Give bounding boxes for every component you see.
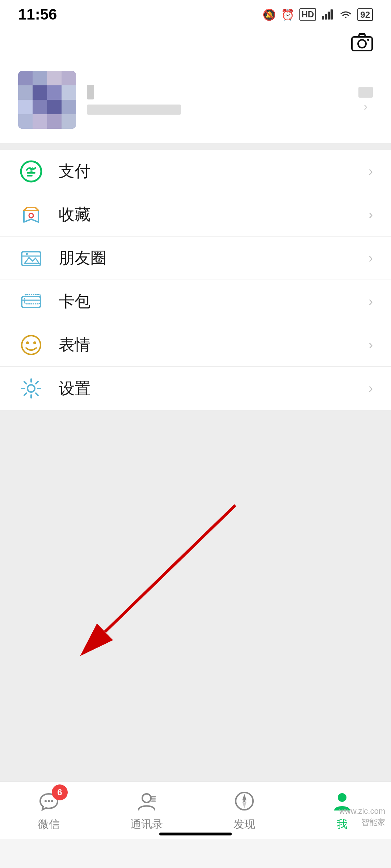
svg-point-40 [142, 794, 151, 803]
svg-point-33 [33, 341, 36, 344]
signal-icon [321, 8, 334, 21]
profile-chevron-icon: › [364, 100, 368, 113]
moments-chevron: › [369, 251, 373, 266]
svg-rect-22 [47, 114, 62, 129]
contacts-icon-wrap [134, 788, 160, 814]
svg-point-31 [22, 336, 41, 354]
main-content: 11:56 🔕 ⏰ HD 92 [0, 0, 391, 839]
home-indicator [159, 833, 232, 835]
status-icons: 🔕 ⏰ HD 92 [262, 8, 373, 21]
svg-marker-44 [242, 802, 247, 808]
settings-label: 设置 [59, 378, 369, 399]
red-arrow-annotation [0, 410, 391, 781]
svg-point-6 [367, 39, 369, 41]
nav-item-contacts[interactable]: 通讯录 [98, 788, 196, 832]
status-bar: 11:56 🔕 ⏰ HD 92 [0, 0, 391, 29]
svg-rect-10 [47, 71, 62, 85]
cards-icon [20, 290, 43, 313]
settings-chevron: › [369, 381, 373, 396]
payment-icon: ¥ [20, 160, 43, 183]
watermark: www.zic.com 智能家 [339, 806, 385, 828]
bottom-nav: 6 微信 通讯录 [0, 781, 391, 839]
profile-right-blur [358, 87, 373, 98]
section-divider-top [0, 143, 391, 150]
menu-list: ¥ 支付 › 收藏 › [0, 150, 391, 410]
svg-point-38 [48, 800, 50, 802]
favorites-chevron: › [369, 207, 373, 222]
hd-icon: HD [299, 8, 316, 21]
svg-point-39 [51, 800, 53, 802]
profile-area[interactable]: › [0, 64, 391, 143]
svg-point-5 [358, 40, 366, 48]
payment-label: 支付 [59, 161, 369, 182]
compass-icon [234, 790, 255, 812]
mute-icon: 🔕 [262, 8, 276, 21]
wechat-icon-wrap: 6 [36, 788, 62, 814]
menu-item-favorites[interactable]: 收藏 › [0, 193, 391, 237]
camera-area [0, 29, 391, 64]
svg-rect-2 [328, 12, 330, 20]
svg-rect-20 [18, 114, 33, 129]
svg-rect-3 [331, 9, 333, 20]
favorites-label: 收藏 [59, 204, 369, 225]
cards-icon-wrap [18, 289, 44, 315]
emoji-chevron: › [369, 337, 373, 353]
camera-button[interactable] [351, 33, 373, 56]
profile-id-blur [87, 105, 181, 115]
cards-label: 卡包 [59, 291, 369, 312]
svg-point-42 [243, 800, 245, 802]
svg-rect-19 [62, 100, 76, 114]
svg-point-45 [338, 793, 346, 802]
svg-point-32 [26, 341, 29, 344]
svg-marker-43 [242, 794, 247, 800]
favorites-icon [20, 203, 43, 226]
wifi-icon [339, 8, 352, 21]
alarm-icon: ⏰ [281, 8, 294, 21]
svg-rect-1 [325, 14, 327, 20]
payment-icon-wrap: ¥ [18, 158, 44, 184]
menu-item-cards[interactable]: 卡包 › [0, 280, 391, 323]
svg-rect-23 [62, 114, 76, 129]
nav-item-wechat[interactable]: 6 微信 [0, 788, 98, 832]
svg-rect-11 [62, 71, 76, 85]
svg-point-34 [28, 385, 35, 392]
menu-item-settings[interactable]: 设置 › [0, 367, 391, 410]
settings-icon-wrap [18, 375, 44, 401]
favorites-icon-wrap [18, 202, 44, 228]
svg-point-37 [45, 800, 47, 802]
svg-rect-18 [47, 100, 62, 114]
battery-icon: 92 [357, 9, 373, 20]
contacts-icon [136, 790, 157, 812]
discover-icon-wrap [231, 788, 257, 814]
moments-icon [20, 247, 43, 270]
emoji-icon-wrap [18, 332, 44, 358]
profile-info [87, 85, 348, 115]
svg-point-26 [29, 213, 33, 218]
svg-point-28 [26, 253, 28, 255]
moments-label: 朋友圈 [59, 247, 369, 269]
profile-name-blur [87, 85, 94, 99]
svg-rect-0 [322, 16, 324, 20]
avatar [18, 71, 76, 129]
svg-line-36 [105, 505, 235, 632]
menu-item-payment[interactable]: ¥ 支付 › [0, 150, 391, 193]
payment-chevron: › [369, 164, 373, 179]
nav-item-discover[interactable]: 发现 [196, 788, 293, 832]
nav-label-discover: 发现 [234, 817, 255, 832]
emoji-label: 表情 [59, 334, 369, 356]
gray-fill-area [0, 410, 391, 781]
nav-label-wechat: 微信 [38, 817, 60, 832]
svg-rect-21 [33, 114, 47, 129]
settings-icon [20, 377, 43, 400]
svg-rect-16 [18, 100, 33, 114]
moments-icon-wrap [18, 245, 44, 271]
svg-rect-14 [47, 85, 62, 100]
svg-rect-4 [352, 37, 372, 51]
wechat-badge: 6 [52, 784, 68, 800]
menu-item-moments[interactable]: 朋友圈 › [0, 237, 391, 280]
svg-rect-8 [18, 71, 33, 85]
svg-rect-30 [25, 294, 41, 304]
menu-item-emoji[interactable]: 表情 › [0, 323, 391, 367]
svg-rect-12 [18, 85, 33, 100]
svg-rect-13 [33, 85, 47, 100]
